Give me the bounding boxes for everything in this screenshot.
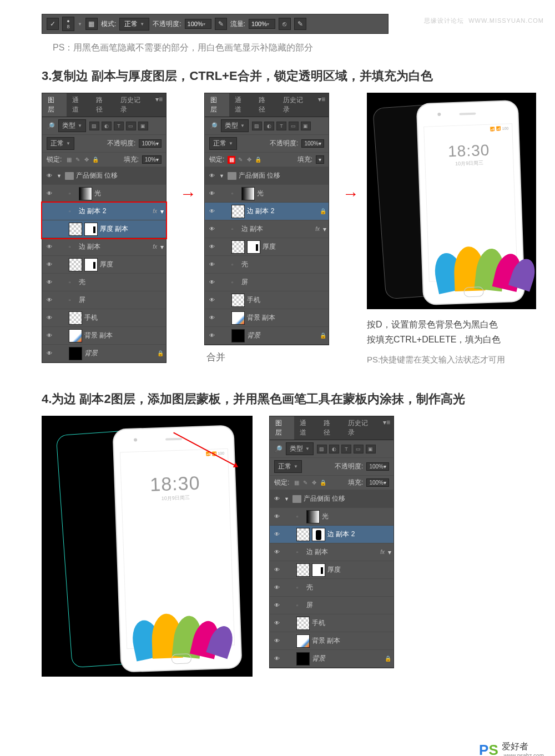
layer-item[interactable]: 👁厚度 [42, 256, 166, 274]
layer-item[interactable]: 👁▫光 [42, 185, 166, 203]
layer-item[interactable]: 👁背景🔒 [205, 327, 329, 345]
lock-trans-icon[interactable]: ▦ [65, 156, 73, 164]
blend-dropdown[interactable]: 正常▼ [47, 137, 74, 150]
lock-all-icon[interactable]: 🔒 [92, 156, 99, 164]
tab-paths[interactable]: 路径 [318, 416, 342, 440]
flow-label: 流量: [230, 19, 245, 29]
kind-dropdown[interactable]: 类型▼ [286, 442, 314, 455]
layer-item[interactable]: 👁▫边 副本fx▾ [205, 220, 329, 238]
tab-layers[interactable]: 图层 [205, 93, 229, 117]
tab-channels[interactable]: 通道 [294, 416, 319, 440]
layer-item[interactable]: 👁▫屏 [205, 274, 329, 291]
side-notes: 按D，设置前景色背景色为黑白色 按填充CTRL+DELETE，填为白色 PS:快… [367, 319, 536, 365]
filter-kind-icon[interactable]: 🔎 [274, 445, 282, 453]
layer-item[interactable]: 厚度 副本 [42, 220, 166, 238]
layer-item[interactable]: 👁▫屏 [270, 597, 393, 614]
lock-pos-icon[interactable]: ✥ [83, 156, 90, 164]
fill-value[interactable]: 10%▾ [142, 155, 162, 164]
tab-history[interactable]: 历史记录 [115, 93, 152, 117]
brush-panel-icon[interactable]: ▦ [85, 18, 98, 30]
blend-mode-dropdown[interactable]: 正常▼ [119, 18, 149, 31]
opacity-value[interactable]: 100%▾ [301, 139, 324, 148]
brush-toolbar: ✓ ●8 ▼ ▦ 模式: 正常▼ 不透明度: 100%▾ ✎ 流量: 100%▾… [42, 14, 389, 34]
lock-trans-icon[interactable]: ▦ [228, 156, 235, 164]
opacity-value[interactable]: 100%▾ [366, 462, 389, 471]
phone-preview: 📶 📶 100 18:30 10月9日周三 [367, 93, 536, 309]
layer-item[interactable]: 👁边 副本 2🔒 [205, 203, 329, 220]
layer-item[interactable]: 👁厚度 [270, 561, 393, 579]
visibility-icon[interactable]: 👁 [44, 173, 54, 179]
layer-item[interactable]: 👁▫光 [270, 508, 393, 526]
panel2-caption: 合并 [206, 351, 329, 364]
layer-item[interactable]: ▫边 副本 2fx▾ [42, 203, 166, 220]
chevron-down-icon[interactable]: ▼ [78, 22, 82, 27]
layer-item[interactable]: 👁▫边 副本fx▾ [42, 238, 166, 256]
kind-dropdown[interactable]: 类型▼ [58, 119, 86, 132]
blend-dropdown[interactable]: 正常▼ [274, 460, 302, 473]
layer-item[interactable]: 👁边 副本 2 [270, 526, 393, 543]
layer-item[interactable]: 👁背景🔒 [42, 345, 166, 362]
layer-item[interactable]: 👁背景 副本 [42, 327, 166, 345]
panel-menu-icon[interactable]: ▾≡ [315, 93, 329, 117]
pressure-opacity-icon[interactable]: ✎ [215, 18, 227, 30]
folder-icon [65, 172, 74, 180]
tab-layers[interactable]: 图层 [270, 416, 294, 440]
filter-pixel-icon[interactable]: ▧ [89, 122, 99, 130]
tab-paths[interactable]: 路径 [90, 93, 115, 117]
panel-menu-icon[interactable]: ▾≡ [152, 93, 166, 117]
layer-item[interactable]: 👁手机 [42, 309, 166, 327]
layer-item[interactable]: 👁背景🔒 [270, 650, 393, 668]
opacity-input[interactable]: 100%▾ [185, 19, 211, 29]
tab-history[interactable]: 历史记录 [342, 416, 380, 440]
filter-adjust-icon[interactable]: ◐ [102, 122, 112, 130]
arrow-icon: → [342, 184, 354, 203]
step4-title: 4.为边 副本2图层，添加图层蒙板，并用黑色画笔工具在蒙板内涂抹，制作高光 [42, 391, 555, 407]
opacity-label: 不透明度: [153, 19, 181, 29]
layer-item[interactable]: 👁厚度 [205, 238, 329, 256]
brush-icon[interactable]: ✓ [47, 18, 59, 30]
layer-group[interactable]: 👁▼产品侧面 位移 [205, 167, 329, 185]
layer-group[interactable]: 👁▼产品侧面 位移 [270, 490, 393, 508]
phone-preview-big: 📶 📶 100 18:30 10月9日周三 [42, 416, 253, 677]
ps-note: PS：用黑色画笔隐藏不需要的部分，用白色画笔显示补隐藏的部分 [53, 42, 555, 54]
fill-value[interactable]: ▾ [316, 155, 324, 164]
layers-panel-2: 图层 通道 路径 历史记录 ▾≡ 🔎 类型▼ ▧◐T▭▣ 正常▼ 不透明度: 1… [204, 93, 329, 345]
step3-title: 3.复制边 副本与厚度图层，CTRL+E合并，锁定透明区域，并填充为白色 [42, 68, 555, 84]
watermark-bottom: PS 爱好者 www.psahz.com [479, 741, 544, 756]
layer-item[interactable]: 👁背景 副本 [205, 309, 329, 327]
lock-pixel-icon[interactable]: ✎ [74, 156, 82, 164]
layer-item[interactable]: 👁▫壳 [42, 274, 166, 291]
opacity-value[interactable]: 100%▾ [139, 139, 162, 148]
pressure-size-icon[interactable]: ✎ [294, 18, 306, 30]
fill-value[interactable]: 100%▾ [366, 478, 389, 487]
watermark-top: 思缘设计论坛 WWW.MISSYUAN.COM [424, 17, 544, 25]
filter-kind-icon[interactable]: 🔎 [47, 122, 55, 130]
layer-item[interactable]: 👁手机 [205, 291, 329, 309]
layer-group[interactable]: 👁▼ 产品侧面 位移 [42, 167, 166, 185]
layer-item[interactable]: 👁▫屏 [42, 291, 166, 309]
layer-item[interactable]: 👁▫光 [205, 185, 329, 203]
layer-item[interactable]: 👁背景 副本 [270, 632, 393, 650]
airbrush-icon[interactable]: ⎋ [279, 18, 291, 30]
panel-menu-icon[interactable]: ▾≡ [380, 416, 393, 440]
filter-smart-icon[interactable]: ▣ [138, 122, 148, 130]
filter-type-icon[interactable]: T [114, 122, 124, 130]
filter-kind-icon[interactable]: 🔎 [209, 122, 218, 130]
blend-dropdown[interactable]: 正常▼ [209, 137, 237, 150]
layer-item[interactable]: 👁▫壳 [270, 579, 393, 597]
layer-item[interactable]: 👁手机 [270, 614, 393, 632]
filter-shape-icon[interactable]: ▭ [126, 122, 136, 130]
flow-input[interactable]: 100%▾ [249, 19, 275, 29]
tab-channels[interactable]: 通道 [229, 93, 254, 117]
tab-channels[interactable]: 通道 [67, 93, 91, 117]
layers-panel-1: 图层 通道 路径 历史记录 ▾≡ 🔎 类型▼ ▧ ◐ T ▭ ▣ 正常▼ 不透 [42, 93, 167, 363]
tab-paths[interactable]: 路径 [253, 93, 278, 117]
brush-size-picker[interactable]: ●8 [62, 17, 74, 31]
layer-item[interactable]: 👁▫边 副本fx▾ [270, 543, 393, 561]
arrow-icon: → [180, 184, 191, 203]
tab-history[interactable]: 历史记录 [278, 93, 315, 117]
layer-item[interactable]: 👁▫壳 [205, 256, 329, 274]
mode-label: 模式: [101, 19, 116, 29]
tab-layers[interactable]: 图层 [42, 93, 67, 117]
kind-dropdown[interactable]: 类型▼ [221, 119, 249, 132]
